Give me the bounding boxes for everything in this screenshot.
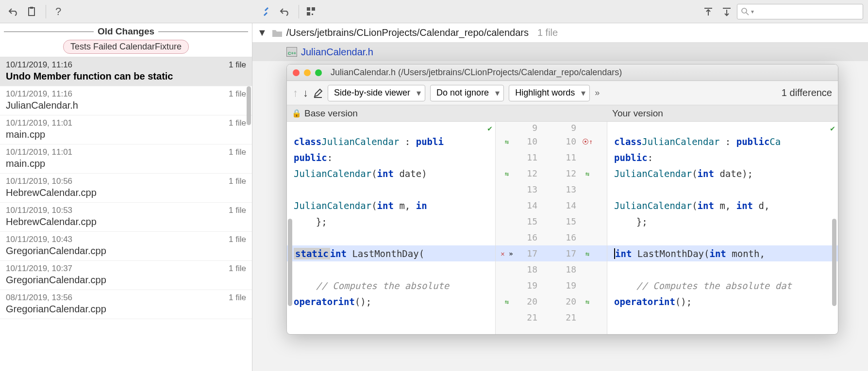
change-item[interactable]: 08/11/2019, 13:561 file GregorianCalenda… [0, 290, 252, 319]
your-version-label: Your version [612, 108, 663, 119]
prev-diff-icon[interactable]: ↑ [293, 87, 298, 99]
svg-rect-3 [312, 7, 315, 11]
change-item[interactable]: 10/11/2019, 11:011 file main.cpp [0, 145, 252, 174]
file-row[interactable]: C++ JulianCalendar.h [252, 43, 868, 61]
lock-icon: 🔒 [292, 109, 301, 118]
diff-gutter: 99 ⇆1010⦿↑ 1111 ⇆1212⇆ 1313 1414 1515 16… [496, 122, 607, 334]
search-input[interactable]: ▾ [737, 4, 863, 19]
folder-icon [272, 29, 283, 37]
undo-icon[interactable] [5, 3, 21, 20]
svg-rect-1 [30, 7, 33, 9]
change-item[interactable]: 10/11/2019, 10:371 file GregorianCalenda… [0, 261, 252, 290]
path-bar: ▼ /Users/jetbrains/CLionProjects/Calenda… [252, 23, 868, 43]
revert-icon[interactable] [276, 3, 293, 20]
base-version-label: Base version [304, 108, 358, 119]
edit-icon[interactable] [313, 88, 323, 98]
more-icon[interactable]: » [595, 88, 600, 98]
chevron-down-icon[interactable]: ▼ [257, 27, 267, 38]
change-item[interactable]: 10/11/2019, 11:161 file Undo Member func… [0, 57, 252, 86]
cpp-file-icon: C++ [286, 47, 297, 57]
expand-all-icon[interactable] [700, 3, 717, 20]
file-name: JulianCalendar.h [301, 47, 373, 58]
diff-count: 1 difference [782, 87, 832, 98]
svg-rect-2 [307, 7, 310, 11]
scrollbar[interactable] [832, 219, 836, 306]
paste-icon[interactable] [23, 3, 40, 20]
whitespace-select[interactable]: Do not ignore [430, 85, 504, 101]
close-icon[interactable] [293, 69, 300, 76]
next-diff-icon[interactable]: ↓ [303, 87, 308, 99]
collapse-all-icon[interactable] [718, 3, 735, 20]
change-item[interactable]: 10/11/2019, 10:431 file GregorianCalenda… [0, 232, 252, 261]
group-icon[interactable] [303, 3, 319, 20]
base-code-pane[interactable]: ✔ class JulianCalendar : publi public: J… [287, 122, 496, 334]
svg-rect-0 [29, 8, 34, 16]
change-item[interactable]: 10/11/2019, 11:161 file JulianCalendar.h [0, 86, 252, 115]
check-icon: ✔ [830, 124, 835, 133]
change-item[interactable]: 10/11/2019, 10:561 file HebrewCalendar.c… [0, 174, 252, 203]
scrollbar[interactable] [288, 219, 292, 306]
your-code-pane[interactable]: ✔ class JulianCalendar : public Ca publi… [607, 122, 838, 334]
test-status-badge: Tests Failed CalendarFixture [63, 40, 189, 54]
change-item[interactable]: 10/11/2019, 10:531 file HebrewCalendar.c… [0, 203, 252, 232]
window-titlebar[interactable]: JulianCalendar.h (/Users/jetbrains/CLion… [287, 65, 838, 81]
file-count: 1 file [537, 27, 558, 38]
change-item[interactable]: 10/11/2019, 11:011 file main.cpp [0, 115, 252, 145]
svg-rect-5 [312, 14, 313, 15]
folder-path: /Users/jetbrains/CLionProjects/Calendar_… [286, 27, 529, 38]
main-toolbar: ? ▾ [0, 0, 868, 23]
viewer-mode-select[interactable]: Side-by-side viewer [328, 85, 425, 101]
minimize-icon[interactable] [304, 69, 311, 76]
sync-icon[interactable] [258, 3, 274, 20]
changes-header: Old Changes [98, 26, 154, 37]
help-icon[interactable]: ? [50, 3, 67, 20]
changes-list[interactable]: 10/11/2019, 11:161 file Undo Member func… [0, 57, 252, 371]
diff-window: JulianCalendar.h (/Users/jetbrains/CLion… [286, 64, 838, 335]
scrollbar[interactable] [247, 86, 251, 125]
changes-pane: Old Changes Tests Failed CalendarFixture… [0, 23, 252, 371]
diff-toolbar: ↑ ↓ Side-by-side viewer Do not ignore Hi… [287, 81, 838, 105]
svg-rect-4 [307, 12, 310, 16]
highlight-select[interactable]: Highlight words [509, 85, 590, 101]
check-icon: ✔ [487, 124, 492, 133]
window-title: JulianCalendar.h (/Users/jetbrains/CLion… [331, 67, 622, 78]
zoom-icon[interactable] [315, 69, 322, 76]
svg-point-6 [742, 8, 747, 13]
